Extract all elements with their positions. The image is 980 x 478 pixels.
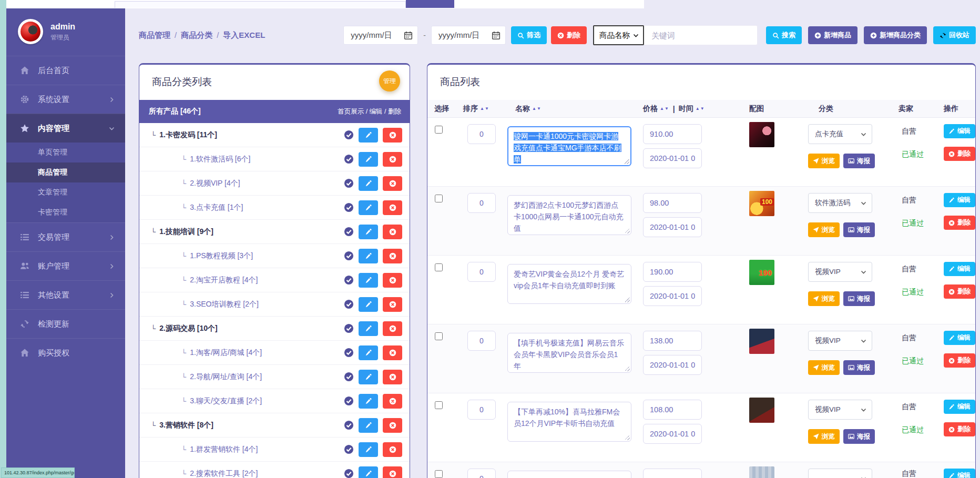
poster-button[interactable]: 海报 bbox=[843, 154, 875, 168]
name-textarea[interactable] bbox=[507, 471, 631, 478]
name-textarea[interactable]: 骏网一卡通1000元卡密骏网卡游戏充值点卡通宝MG手游本店不刷单 bbox=[507, 126, 631, 166]
edit-category-button[interactable] bbox=[359, 394, 378, 409]
edit-category-button[interactable] bbox=[359, 128, 378, 143]
sidebar-item-card-management[interactable]: 卡密管理 bbox=[6, 202, 125, 222]
sort-input[interactable] bbox=[467, 262, 496, 282]
batch-delete-button[interactable]: 删除 bbox=[551, 26, 587, 44]
time-input[interactable] bbox=[643, 355, 702, 375]
home-display-check-icon[interactable] bbox=[344, 372, 354, 382]
delete-category-button[interactable] bbox=[383, 249, 402, 263]
sort-arrows[interactable]: ▲▼ bbox=[480, 106, 489, 111]
cutoff-submit-button[interactable] bbox=[406, 0, 454, 8]
delete-product-button[interactable]: 删除 bbox=[944, 353, 975, 368]
browse-button[interactable]: 浏览 bbox=[808, 222, 840, 237]
sidebar-item-content-management[interactable]: 内容管理 bbox=[6, 114, 125, 143]
poster-button[interactable]: 海报 bbox=[843, 291, 875, 306]
delete-category-button[interactable] bbox=[383, 394, 402, 409]
date-to-input[interactable]: yyyy/mm/日 bbox=[431, 26, 506, 45]
edit-product-button[interactable]: 编辑 bbox=[944, 469, 975, 478]
edit-category-button[interactable] bbox=[359, 176, 378, 191]
delete-category-button[interactable] bbox=[383, 200, 402, 215]
name-textarea[interactable]: 梦幻西游2点卡100元梦幻西游点卡1000点网易一卡通100元自动充值 bbox=[507, 195, 631, 235]
category-select[interactable] bbox=[808, 469, 872, 478]
row-select-checkbox[interactable] bbox=[435, 401, 443, 409]
delete-category-button[interactable] bbox=[383, 466, 402, 478]
price-input[interactable] bbox=[643, 331, 702, 351]
sort-input[interactable] bbox=[467, 193, 496, 213]
sidebar-item-account-management[interactable]: 账户管理 bbox=[6, 251, 125, 280]
search-button[interactable]: 搜索 bbox=[766, 26, 802, 44]
delete-category-button[interactable] bbox=[383, 345, 402, 360]
calendar-icon[interactable] bbox=[492, 31, 501, 40]
browse-button[interactable]: 浏览 bbox=[808, 360, 840, 375]
edit-category-button[interactable] bbox=[359, 225, 378, 239]
row-select-checkbox[interactable] bbox=[435, 332, 443, 340]
time-input[interactable] bbox=[643, 217, 702, 237]
delete-product-button[interactable]: 删除 bbox=[944, 147, 975, 161]
edit-category-button[interactable] bbox=[359, 321, 378, 336]
home-display-check-icon[interactable] bbox=[344, 251, 354, 261]
edit-category-button[interactable] bbox=[359, 418, 378, 433]
delete-category-button[interactable] bbox=[383, 418, 402, 433]
filter-button[interactable]: 筛选 bbox=[511, 26, 547, 44]
price-input[interactable] bbox=[643, 124, 702, 144]
home-display-check-icon[interactable] bbox=[344, 396, 354, 406]
price-input[interactable] bbox=[643, 400, 702, 420]
category-select[interactable]: 视频VIP bbox=[808, 262, 872, 282]
category-select[interactable]: 点卡充值 bbox=[808, 124, 872, 144]
edit-category-button[interactable] bbox=[359, 249, 378, 263]
edit-product-button[interactable]: 编辑 bbox=[944, 331, 975, 345]
delete-product-button[interactable]: 删除 bbox=[944, 216, 975, 230]
cutoff-text-input[interactable] bbox=[115, 1, 406, 8]
edit-product-button[interactable]: 编辑 bbox=[944, 124, 975, 138]
edit-category-button[interactable] bbox=[359, 466, 378, 478]
price-input[interactable] bbox=[643, 193, 702, 213]
delete-product-button[interactable]: 删除 bbox=[944, 422, 975, 436]
category-select[interactable]: 软件激活码 bbox=[808, 193, 872, 213]
edit-category-button[interactable] bbox=[359, 297, 378, 312]
row-select-checkbox[interactable] bbox=[435, 126, 443, 134]
name-textarea[interactable]: 爱奇艺VIP黄金会员12个月 爱奇艺vip会员1年卡自动充值即时到账 bbox=[507, 264, 631, 304]
home-display-check-icon[interactable] bbox=[344, 275, 354, 285]
sidebar-item-article-management[interactable]: 文章管理 bbox=[6, 182, 125, 202]
sort-input[interactable] bbox=[467, 124, 496, 144]
sort-input[interactable] bbox=[467, 400, 496, 420]
row-select-checkbox[interactable] bbox=[435, 470, 443, 478]
browse-button[interactable]: 浏览 bbox=[808, 291, 840, 306]
delete-category-button[interactable] bbox=[383, 176, 402, 191]
sidebar-item-dashboard[interactable]: 后台首页 bbox=[6, 56, 125, 85]
breadcrumb-item[interactable]: 商品管理 bbox=[139, 30, 170, 39]
sidebar-item-check-update[interactable]: 检测更新 bbox=[6, 309, 125, 338]
delete-category-button[interactable] bbox=[383, 370, 402, 384]
sidebar-item-system-settings[interactable]: 系统设置 bbox=[6, 85, 125, 114]
price-input[interactable] bbox=[643, 262, 702, 282]
poster-button[interactable]: 海报 bbox=[843, 222, 875, 237]
delete-category-button[interactable] bbox=[383, 442, 402, 457]
edit-category-button[interactable] bbox=[359, 442, 378, 457]
sort-arrows[interactable]: ▲▼ bbox=[696, 106, 705, 111]
edit-category-button[interactable] bbox=[359, 370, 378, 384]
manage-button[interactable]: 管理 bbox=[379, 70, 400, 91]
delete-category-button[interactable] bbox=[383, 128, 402, 143]
home-display-check-icon[interactable] bbox=[344, 420, 354, 430]
edit-category-button[interactable] bbox=[359, 200, 378, 215]
add-category-button[interactable]: 新增商品分类 bbox=[864, 26, 927, 44]
browse-button[interactable]: 浏览 bbox=[808, 154, 840, 168]
time-input[interactable] bbox=[643, 424, 702, 444]
delete-category-button[interactable] bbox=[383, 152, 402, 167]
calendar-icon[interactable] bbox=[404, 31, 413, 40]
edit-product-button[interactable]: 编辑 bbox=[944, 400, 975, 414]
home-display-check-icon[interactable] bbox=[344, 348, 354, 358]
name-textarea[interactable]: 【下单再减10%】喜马拉雅FM会员12个月VIP年卡听书自动充值 bbox=[507, 402, 631, 442]
edit-product-button[interactable]: 编辑 bbox=[944, 193, 975, 207]
delete-category-button[interactable] bbox=[383, 225, 402, 239]
row-select-checkbox[interactable] bbox=[435, 195, 443, 202]
home-display-check-icon[interactable] bbox=[344, 227, 354, 237]
sidebar-item-single-page[interactable]: 单页管理 bbox=[6, 143, 125, 162]
edit-category-button[interactable] bbox=[359, 273, 378, 288]
keyword-input[interactable] bbox=[644, 25, 758, 45]
home-display-check-icon[interactable] bbox=[344, 154, 354, 164]
sidebar-item-goods-management[interactable]: 商品管理 bbox=[6, 162, 125, 182]
date-from-input[interactable]: yyyy/mm/日 bbox=[343, 26, 418, 45]
sort-arrows[interactable]: ▲▼ bbox=[532, 106, 542, 111]
